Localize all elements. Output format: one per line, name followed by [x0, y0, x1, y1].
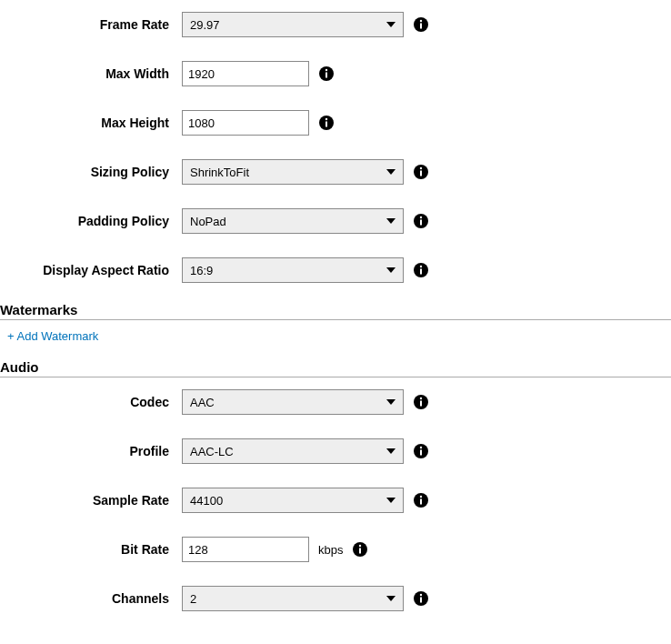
sizing-policy-select[interactable]: ShrinkToFit: [182, 159, 404, 185]
svg-point-26: [420, 496, 422, 498]
frame-rate-select[interactable]: 29.97: [182, 12, 404, 37]
frame-rate-label: Frame Rate: [0, 17, 182, 32]
audio-profile-label: Profile: [0, 444, 182, 458]
svg-rect-25: [420, 499, 422, 505]
max-width-label: Max Width: [0, 66, 182, 81]
svg-point-32: [420, 594, 422, 596]
audio-codec-row: Codec AAC: [0, 377, 671, 427]
svg-rect-1: [420, 24, 422, 29]
info-icon[interactable]: [413, 16, 429, 33]
audio-bit-rate-input[interactable]: [182, 537, 309, 562]
svg-point-11: [420, 167, 422, 169]
info-icon[interactable]: [413, 590, 429, 607]
svg-point-5: [325, 69, 327, 71]
svg-point-23: [420, 447, 422, 448]
add-watermark-link[interactable]: + Add Watermark: [0, 320, 671, 352]
info-icon[interactable]: [318, 65, 335, 82]
svg-rect-13: [420, 220, 422, 226]
info-icon[interactable]: [413, 213, 429, 229]
svg-rect-31: [420, 598, 422, 603]
padding-policy-select[interactable]: NoPad: [182, 208, 404, 234]
info-icon[interactable]: [413, 492, 429, 508]
watermarks-header: Watermarks: [0, 298, 671, 320]
info-icon[interactable]: [413, 443, 429, 459]
audio-bit-rate-field: kbps: [182, 537, 368, 562]
svg-point-29: [359, 545, 361, 547]
display-aspect-ratio-field: 16:9: [182, 257, 429, 283]
info-icon[interactable]: [413, 164, 429, 180]
display-aspect-ratio-row: Display Aspect Ratio 16:9: [0, 246, 671, 295]
svg-rect-28: [359, 548, 361, 554]
max-width-input[interactable]: [182, 61, 309, 86]
padding-policy-label: Padding Policy: [0, 214, 182, 228]
info-icon[interactable]: [413, 394, 429, 410]
info-icon[interactable]: [318, 115, 335, 131]
audio-channels-label: Channels: [0, 591, 182, 606]
audio-header: Audio: [0, 356, 671, 377]
audio-channels-field: 2: [182, 586, 429, 611]
svg-point-17: [420, 266, 422, 267]
info-icon[interactable]: [352, 541, 368, 558]
audio-sample-rate-field: 44100: [182, 488, 429, 513]
audio-profile-select[interactable]: AAC-LC: [182, 438, 404, 464]
svg-rect-19: [420, 401, 422, 407]
sizing-policy-field: ShrinkToFit: [182, 159, 429, 185]
audio-channels-row: Channels 2: [0, 574, 671, 623]
audio-channels-select[interactable]: 2: [182, 586, 404, 611]
svg-rect-10: [420, 171, 422, 176]
padding-policy-field: NoPad: [182, 208, 429, 234]
audio-sample-rate-row: Sample Rate 44100: [0, 476, 671, 525]
sizing-policy-row: Sizing Policy ShrinkToFit: [0, 147, 671, 196]
audio-profile-field: AAC-LC: [182, 438, 429, 464]
audio-codec-select[interactable]: AAC: [182, 389, 404, 415]
svg-point-14: [420, 216, 422, 218]
max-height-row: Max Height: [0, 98, 671, 147]
audio-bit-rate-label: Bit Rate: [0, 542, 182, 557]
svg-point-20: [420, 397, 422, 399]
max-height-label: Max Height: [0, 116, 182, 130]
info-icon[interactable]: [413, 262, 429, 278]
padding-policy-row: Padding Policy NoPad: [0, 196, 671, 246]
max-width-row: Max Width: [0, 49, 671, 98]
bit-rate-unit: kbps: [318, 543, 343, 557]
display-aspect-ratio-label: Display Aspect Ratio: [0, 263, 182, 277]
audio-codec-label: Codec: [0, 395, 182, 409]
sizing-policy-label: Sizing Policy: [0, 165, 182, 179]
audio-sample-rate-label: Sample Rate: [0, 493, 182, 508]
audio-codec-field: AAC: [182, 389, 429, 415]
svg-rect-16: [420, 269, 422, 275]
audio-profile-row: Profile AAC-LC: [0, 427, 671, 476]
audio-sample-rate-select[interactable]: 44100: [182, 488, 404, 513]
audio-bit-rate-row: Bit Rate kbps: [0, 525, 671, 574]
svg-point-8: [325, 118, 327, 120]
frame-rate-field: 29.97: [182, 12, 429, 37]
display-aspect-ratio-select[interactable]: 16:9: [182, 257, 404, 283]
max-height-input[interactable]: [182, 110, 309, 136]
max-height-field: [182, 110, 335, 136]
max-width-field: [182, 61, 335, 86]
svg-rect-4: [325, 73, 327, 78]
svg-point-2: [420, 20, 422, 22]
svg-rect-7: [325, 122, 327, 127]
frame-rate-row: Frame Rate 29.97: [0, 0, 671, 49]
svg-rect-22: [420, 450, 422, 456]
